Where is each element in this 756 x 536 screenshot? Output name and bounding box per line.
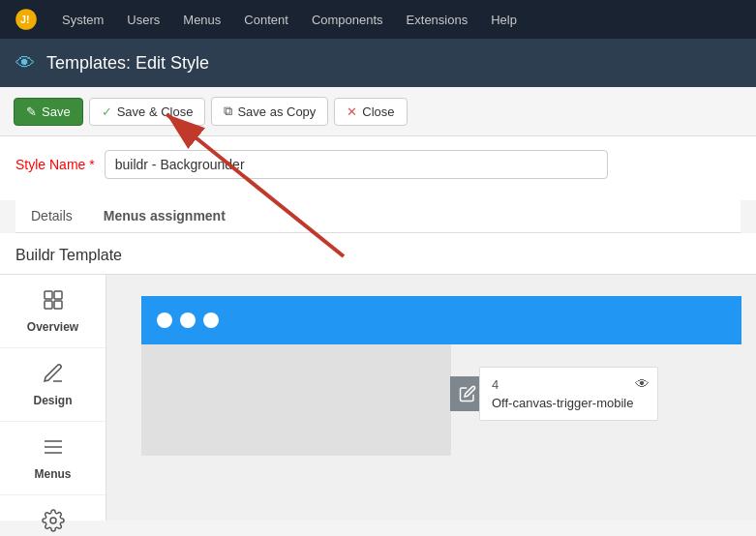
- nav-help[interactable]: Help: [489, 9, 519, 31]
- dot-1: [157, 313, 172, 328]
- dot-2: [180, 313, 196, 328]
- content-area: Style Name *: [0, 136, 756, 200]
- card-label: Off-canvas-trigger-mobile: [492, 396, 646, 410]
- placeholder-area: [141, 344, 451, 456]
- style-name-label: Style Name *: [15, 157, 95, 172]
- save-close-label: Save & Close: [117, 104, 194, 119]
- menus-icon: [42, 435, 65, 463]
- sidebar-item-menus[interactable]: Menus: [0, 422, 106, 495]
- left-sidebar: Overview Design Menus: [0, 275, 106, 521]
- blue-bar: [141, 296, 741, 344]
- nav-extensions[interactable]: Extensions: [405, 9, 470, 31]
- sidebar-item-advanced[interactable]: Advanced: [0, 495, 106, 536]
- save-button[interactable]: ✎ Save: [14, 98, 83, 126]
- card-eye-icon: 👁: [635, 375, 650, 392]
- toolbar: ✎ Save ✓ Save & Close ⧉ Save as Copy ✕ C…: [0, 87, 756, 136]
- top-navigation: J! System Users Menus Content Components…: [0, 0, 756, 39]
- sidebar-item-overview[interactable]: Overview: [0, 275, 106, 348]
- save-close-button[interactable]: ✓ Save & Close: [89, 98, 206, 126]
- template-name-heading: Buildr Template: [0, 233, 756, 274]
- design-icon: [42, 362, 65, 390]
- save-copy-button[interactable]: ⧉ Save as Copy: [211, 97, 328, 126]
- close-icon: ✕: [347, 104, 357, 119]
- svg-rect-3: [54, 291, 62, 299]
- svg-rect-4: [45, 301, 52, 309]
- close-label: Close: [362, 104, 394, 119]
- overview-label: Overview: [27, 320, 78, 334]
- svg-rect-2: [45, 291, 52, 299]
- nav-menus[interactable]: Menus: [181, 9, 223, 31]
- tab-menus-assignment[interactable]: Menus assignment: [88, 200, 241, 233]
- style-name-input[interactable]: [105, 150, 608, 179]
- style-name-form-group: Style Name *: [15, 150, 741, 179]
- main-layout: Overview Design Menus: [0, 274, 756, 521]
- save-icon: ✎: [26, 104, 37, 119]
- close-button[interactable]: ✕ Close: [334, 98, 407, 126]
- menus-label: Menus: [34, 467, 71, 481]
- save-label: Save: [42, 104, 71, 119]
- tabs-bar: Details Menus assignment: [15, 200, 741, 233]
- page-title: Templates: Edit Style: [46, 53, 209, 74]
- module-card: 👁 4 Off-canvas-trigger-mobile: [479, 367, 658, 421]
- tab-details[interactable]: Details: [15, 200, 88, 233]
- sidebar-item-design[interactable]: Design: [0, 348, 106, 422]
- advanced-icon: [42, 509, 65, 536]
- check-icon: ✓: [102, 104, 112, 119]
- overview-icon: [42, 288, 65, 316]
- copy-icon: ⧉: [224, 104, 232, 119]
- nav-content[interactable]: Content: [242, 9, 290, 31]
- nav-system[interactable]: System: [60, 9, 106, 31]
- nav-components[interactable]: Components: [310, 9, 385, 31]
- design-label: Design: [33, 394, 72, 407]
- page-header-icon: 👁: [15, 52, 35, 74]
- svg-point-9: [50, 518, 56, 523]
- nav-users[interactable]: Users: [125, 9, 162, 31]
- right-content-area: 👁 4 Off-canvas-trigger-mobile: [106, 275, 756, 521]
- svg-rect-5: [54, 301, 62, 309]
- dot-3: [203, 313, 219, 328]
- save-copy-label: Save as Copy: [237, 104, 316, 119]
- joomla-logo: J!: [12, 5, 41, 34]
- card-number: 4: [492, 377, 646, 392]
- required-asterisk: *: [89, 157, 94, 172]
- page-header: 👁 Templates: Edit Style: [0, 39, 756, 87]
- svg-text:J!: J!: [20, 14, 30, 25]
